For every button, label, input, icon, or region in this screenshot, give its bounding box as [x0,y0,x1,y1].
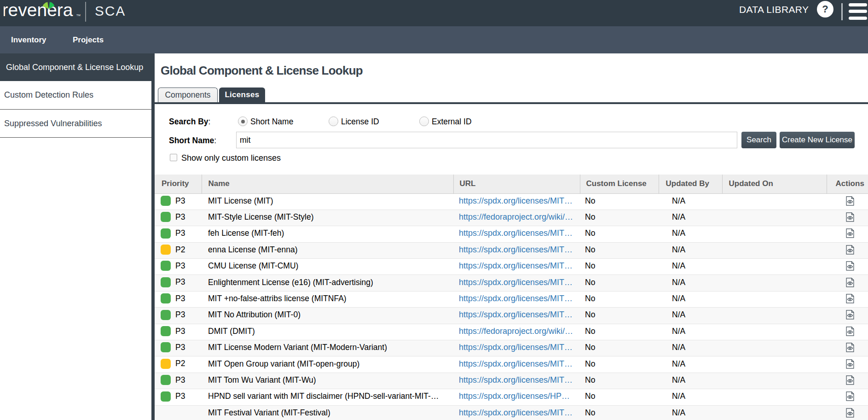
svg-text:revenera: revenera [4,0,73,20]
svg-text:TM: TM [76,14,81,17]
